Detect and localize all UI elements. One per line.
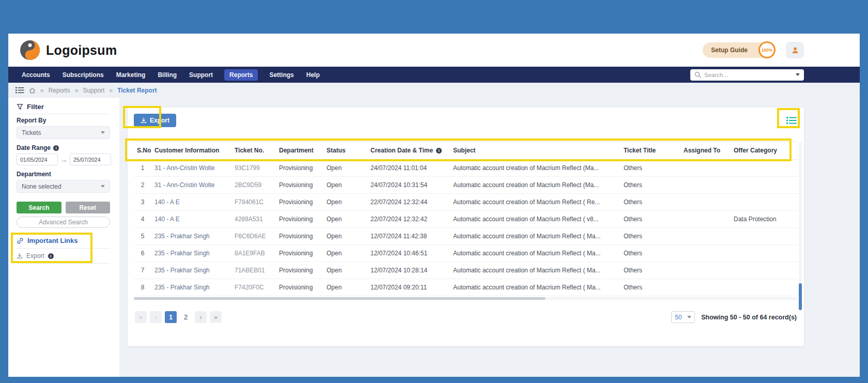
- cell-sno: 1: [134, 160, 151, 177]
- page-size-select[interactable]: 50: [671, 311, 695, 323]
- nav-item-subscriptions[interactable]: Subscriptions: [61, 69, 105, 81]
- table-row: 8235 - Prakhar SinghF7420F0CProvisioning…: [134, 279, 798, 296]
- breadcrumb-items: »Reports»Support»Ticket Report: [40, 87, 157, 94]
- cell-customer[interactable]: 31 - Ann-Cristin Wolte: [151, 160, 231, 177]
- cell-offer_category: [731, 279, 798, 296]
- department-select[interactable]: None selected: [17, 180, 110, 193]
- nav-item-billing[interactable]: Billing: [157, 69, 178, 81]
- column-header-created: Creation Date & Time: [367, 142, 450, 160]
- horizontal-scrollbar[interactable]: [134, 297, 798, 300]
- vertical-scrollbar[interactable]: [799, 142, 802, 310]
- report-by-select[interactable]: Tickets: [17, 126, 110, 139]
- cell-assigned_to: [680, 245, 731, 262]
- menu-icon[interactable]: [16, 87, 24, 94]
- export-button-label: Export: [150, 117, 169, 124]
- breadcrumb-item[interactable]: Reports: [49, 87, 70, 94]
- cell-created: 12/07/2024 11:42:38: [367, 228, 450, 245]
- cell-customer[interactable]: 235 - Prakhar Singh: [151, 279, 231, 296]
- list-icon-button[interactable]: [785, 115, 798, 126]
- cell-created: 12/07/2024 10:28:14: [367, 262, 450, 279]
- cell-created: 22/07/2024 12:32:44: [367, 194, 450, 211]
- filter-sidebar: Filter Report By Tickets Date Range Depa…: [8, 98, 119, 377]
- user-avatar[interactable]: [786, 42, 804, 58]
- nav-item-support[interactable]: Support: [188, 69, 214, 81]
- report-card: Export S.No.Customer InformationTicket N…: [128, 108, 804, 346]
- breadcrumb-item[interactable]: Support: [83, 87, 104, 94]
- cell-department: Provisioning: [276, 160, 323, 177]
- important-links-title: Important Links: [17, 237, 110, 249]
- info-icon[interactable]: [436, 148, 442, 154]
- cell-status: Open: [323, 177, 367, 194]
- search-input[interactable]: [704, 72, 793, 78]
- info-icon[interactable]: [48, 253, 54, 259]
- reset-button[interactable]: Reset: [66, 202, 111, 213]
- date-to-input[interactable]: [70, 154, 111, 165]
- cell-customer[interactable]: 140 - A E: [151, 194, 231, 211]
- cell-status: Open: [323, 262, 367, 279]
- horizontal-scrollbar-thumb[interactable]: [134, 297, 546, 300]
- report-table: S.No.Customer InformationTicket No.Depar…: [134, 141, 798, 296]
- vertical-scrollbar-thumb[interactable]: [799, 283, 802, 310]
- nav-item-accounts[interactable]: Accounts: [21, 69, 51, 81]
- pagination-prev-button[interactable]: ‹: [150, 311, 162, 323]
- column-header-subject: Subject: [450, 142, 621, 160]
- cell-assigned_to: [680, 228, 731, 245]
- cell-sno: 4: [134, 211, 151, 228]
- cell-assigned_to: [680, 160, 731, 177]
- table-row: 5235 - Prakhar SinghF6C6D6AEProvisioning…: [134, 228, 798, 245]
- cell-department: Provisioning: [276, 245, 323, 262]
- cell-assigned_to: [680, 279, 731, 296]
- cell-status: Open: [323, 245, 367, 262]
- pagination-right: 50 Showing 50 - 50 of 64 record(s): [671, 311, 797, 323]
- cell-customer[interactable]: 235 - Prakhar Singh: [151, 262, 231, 279]
- filter-title: Filter: [17, 103, 110, 114]
- cell-status: Open: [323, 228, 367, 245]
- cell-sno: 5: [134, 228, 151, 245]
- cell-customer[interactable]: 235 - Prakhar Singh: [151, 245, 231, 262]
- cell-offer_category: [731, 262, 798, 279]
- logo[interactable]: Logoipsum: [20, 40, 117, 60]
- date-range-row: [17, 154, 110, 165]
- cell-created: 24/07/2024 11:01:04: [367, 160, 450, 177]
- pagination-page-2[interactable]: 2: [180, 311, 192, 323]
- cell-offer_category: [731, 160, 798, 177]
- nav-item-help[interactable]: Help: [305, 69, 321, 81]
- cell-assigned_to: [680, 262, 731, 279]
- cell-ticket: 2BC9D59: [231, 177, 276, 194]
- chevron-down-icon[interactable]: [796, 73, 800, 76]
- cell-customer[interactable]: 235 - Prakhar Singh: [151, 228, 231, 245]
- cell-department: Provisioning: [276, 228, 323, 245]
- cell-assigned_to: [680, 211, 731, 228]
- sidebar-export-link[interactable]: Export: [17, 249, 110, 264]
- search-box: [690, 69, 804, 81]
- info-icon[interactable]: [53, 145, 59, 151]
- pagination-page-1[interactable]: 1: [165, 311, 177, 323]
- nav-item-reports[interactable]: Reports: [224, 69, 258, 81]
- date-from-input[interactable]: [17, 154, 58, 165]
- export-button[interactable]: Export: [134, 114, 176, 127]
- home-icon[interactable]: [29, 87, 36, 94]
- pagination-first-button[interactable]: «: [135, 311, 147, 323]
- cell-department: Provisioning: [276, 211, 323, 228]
- logo-text: Logoipsum: [46, 43, 117, 58]
- search-button[interactable]: Search: [17, 202, 61, 213]
- nav-item-marketing[interactable]: Marketing: [115, 69, 147, 81]
- table-header-row: S.No.Customer InformationTicket No.Depar…: [134, 142, 798, 160]
- cell-customer[interactable]: 140 - A E: [151, 211, 231, 228]
- pagination-next-button[interactable]: ›: [195, 311, 207, 323]
- navbar: AccountsSubscriptionsMarketingBillingSup…: [8, 67, 860, 83]
- column-header-ticket: Ticket No.: [231, 142, 276, 160]
- nav-item-settings[interactable]: Settings: [268, 69, 295, 81]
- card-toolbar: Export: [134, 114, 798, 127]
- search-icon: [694, 71, 701, 78]
- setup-guide-button[interactable]: Setup Guide 100%: [703, 42, 771, 58]
- cell-customer[interactable]: 31 - Ann-Cristin Wolte: [151, 177, 231, 194]
- advanced-search-button[interactable]: Advanced Search: [17, 217, 110, 228]
- report-by-value: Tickets: [22, 129, 41, 136]
- setup-guide-label: Setup Guide: [711, 47, 748, 54]
- cell-ticket_title: Others: [621, 177, 680, 194]
- cell-ticket: 71ABEB01: [231, 262, 276, 279]
- pagination-last-button[interactable]: »: [210, 311, 222, 323]
- breadcrumb-item: Ticket Report: [117, 87, 157, 94]
- showing-records-text: Showing 50 - 50 of 64 record(s): [701, 314, 797, 321]
